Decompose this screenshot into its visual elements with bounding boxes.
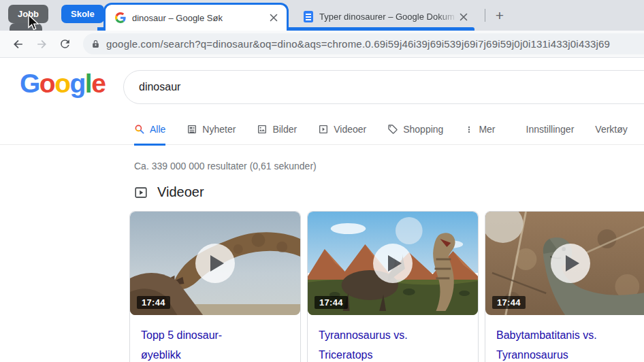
videos-section-title: Videoer [157, 184, 204, 200]
tab-google-docs[interactable]: Typer dinosaurer – Google Dokum [295, 5, 475, 28]
tab-label: Nyheter [202, 124, 236, 135]
tab-bilder[interactable]: Bilder [257, 124, 297, 146]
tab-nyheter[interactable]: Nyheter [187, 124, 236, 146]
forward-button[interactable] [31, 34, 52, 54]
close-icon[interactable] [457, 11, 470, 23]
video-title-link[interactable]: Babytambatitanis vs. Tyrannosaurus [485, 315, 625, 362]
video-thumbnail[interactable]: 17:44 [308, 212, 478, 315]
google-g-favicon [115, 12, 126, 23]
video-card[interactable]: 17:44 Tyrannosaurus vs. Triceratops [307, 211, 479, 362]
play-button-icon[interactable] [373, 244, 413, 283]
logo-letter: G [20, 69, 39, 99]
video-results-row: 17:44 Topp 5 dinosaur-øyeblikk [129, 211, 644, 362]
search-input[interactable]: dinosaur [123, 70, 644, 104]
tab-shopping[interactable]: Shopping [387, 124, 443, 146]
browser-toolbar: google.com/search?q=dinosaur&oq=dino&aqs… [0, 31, 644, 58]
tab-alle[interactable]: Alle [134, 124, 165, 146]
tab-videoer[interactable]: Videoer [318, 124, 366, 146]
tag-icon [387, 124, 398, 135]
google-logo[interactable]: Google [20, 69, 105, 99]
tab-strip: Jobb Skole dinosaur – Google Søk Typer d… [0, 0, 644, 31]
google-docs-icon [304, 11, 313, 22]
tab-google-search[interactable]: dinosaur – Google Søk [103, 3, 289, 31]
video-thumbnail[interactable]: 17:44 [485, 212, 644, 315]
search-result-tabs: Alle Nyheter Bilder Videoer Shopping Mer… [0, 114, 644, 145]
video-card[interactable]: 17:44 Topp 5 dinosaur-øyeblikk [129, 211, 301, 362]
search-icon [134, 124, 145, 135]
video-title-link[interactable]: Tyrannosaurus vs. Triceratops [308, 315, 447, 362]
logo-letter: e [91, 69, 105, 99]
reload-button[interactable] [54, 34, 75, 54]
new-tab-button[interactable]: + [491, 7, 509, 24]
tab-group-skole[interactable]: Skole [61, 5, 104, 23]
news-icon [187, 124, 197, 135]
tab-label: Bilder [272, 124, 297, 135]
search-query-text: dinosaur [139, 81, 180, 93]
tab-label: Mer [479, 124, 495, 135]
video-section-icon [133, 185, 148, 200]
play-button-icon[interactable] [195, 244, 235, 283]
play-button-icon[interactable] [551, 244, 590, 283]
address-bar[interactable]: google.com/search?q=dinosaur&oq=dino&aqs… [83, 33, 644, 54]
video-icon [318, 124, 329, 135]
tab-strip-divider [485, 9, 485, 22]
video-duration-badge: 17:44 [315, 296, 348, 309]
back-button[interactable] [8, 34, 29, 54]
more-vertical-icon [464, 125, 474, 135]
tab-label: Shopping [403, 124, 443, 135]
tab-label: Verktøy [595, 124, 627, 135]
video-card[interactable]: 17:44 Babytambatitanis vs. Tyrannosaurus [485, 211, 644, 362]
logo-letter: o [39, 69, 54, 99]
image-icon [257, 124, 268, 135]
tab-label: Alle [150, 124, 165, 135]
logo-letter: l [85, 69, 91, 99]
tab-label: Videoer [334, 124, 366, 135]
tab-label: Innstillinger [526, 124, 575, 135]
tab-group-jobb[interactable]: Jobb [8, 5, 48, 23]
close-icon[interactable] [268, 12, 280, 24]
result-stats: Ca. 339 000 000 resultater (0,61 sekunde… [134, 161, 317, 171]
link-verktoy[interactable]: Verktøy [595, 124, 627, 146]
logo-letter: g [70, 69, 85, 99]
tab-title: Typer dinosaurer – Google Dokum [319, 12, 457, 22]
lock-icon [91, 39, 100, 49]
logo-letter: o [54, 69, 69, 99]
jobb-group-tab-stub[interactable] [10, 23, 42, 31]
link-innstillinger[interactable]: Innstillinger [526, 124, 575, 146]
video-title-link[interactable]: Topp 5 dinosaur-øyeblikk [130, 315, 270, 362]
tab-mer[interactable]: Mer [464, 124, 495, 146]
url-text: google.com/search?q=dinosaur&oq=dino&aqs… [106, 38, 610, 50]
videos-section-header: Videoer [133, 184, 204, 200]
tab-title: dinosaur – Google Søk [132, 13, 268, 23]
video-duration-badge: 17:44 [492, 296, 526, 309]
video-thumbnail[interactable]: 17:44 [130, 212, 300, 315]
video-duration-badge: 17:44 [137, 296, 170, 309]
